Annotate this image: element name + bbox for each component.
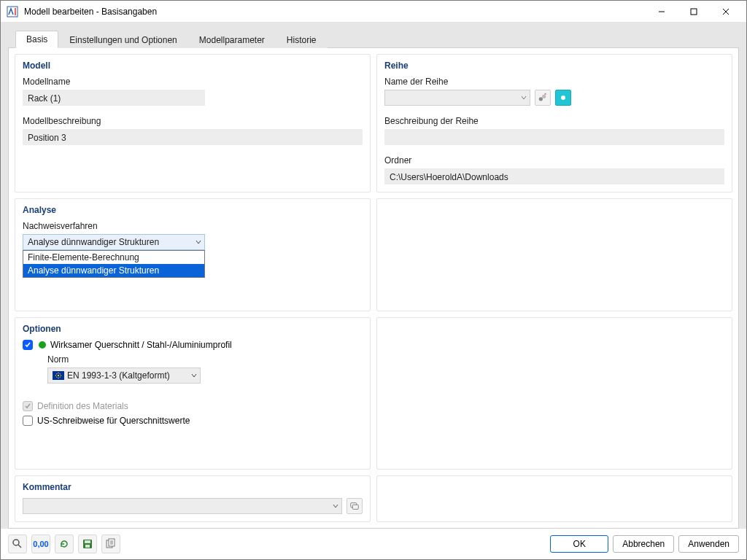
- option-definition-material: Definition des Materials: [23, 401, 363, 411]
- field-modellbeschreibung[interactable]: Position 3: [23, 129, 363, 145]
- label-modellbeschreibung: Modellbeschreibung: [23, 116, 363, 126]
- label-reihe-name: Name der Reihe: [384, 77, 724, 87]
- svg-point-4: [561, 96, 565, 100]
- option-wirksamer-querschnitt[interactable]: Wirksamer Querschnitt / Stahl-/Aluminium…: [23, 340, 363, 350]
- label-ordner: Ordner: [384, 155, 724, 166]
- group-title-reihe: Reihe: [384, 61, 724, 71]
- ok-button[interactable]: OK: [550, 535, 608, 553]
- label-modellname: Modellname: [23, 77, 363, 87]
- label-wirksamer-querschnitt: Wirksamer Querschnitt / Stahl-/Aluminium…: [50, 340, 232, 350]
- minimize-button[interactable]: [646, 1, 678, 22]
- tool-copy-icon[interactable]: [101, 534, 120, 553]
- chevron-down-icon: [191, 370, 197, 381]
- chevron-down-icon: [521, 93, 527, 103]
- svg-point-2: [539, 97, 543, 101]
- svg-point-7: [13, 540, 19, 545]
- checkbox-us-schreibweise[interactable]: [23, 416, 33, 426]
- select-nachweisverfahren-value: Analyse dünnwandiger Strukturen: [28, 237, 159, 247]
- tool-decimal-icon[interactable]: 0,00: [31, 534, 50, 553]
- tool-search-icon[interactable]: [8, 534, 27, 553]
- group-title-kommentar: Kommentar: [23, 482, 363, 492]
- svg-rect-10: [85, 545, 90, 548]
- tool-save-icon[interactable]: [78, 534, 97, 553]
- label-norm: Norm: [47, 354, 363, 365]
- tool-refresh-icon[interactable]: [55, 534, 74, 553]
- label-nachweisverfahren: Nachweisverfahren: [23, 221, 363, 231]
- group-title-optionen: Optionen: [23, 324, 363, 334]
- cancel-button[interactable]: Abbrechen: [613, 535, 674, 553]
- checkbox-definition-material: [23, 401, 33, 411]
- tab-basis[interactable]: Basis: [15, 31, 58, 48]
- svg-rect-9: [85, 540, 90, 543]
- svg-rect-1: [691, 9, 697, 15]
- app-icon: [7, 6, 18, 18]
- tab-historie[interactable]: Historie: [276, 31, 328, 48]
- blank-panel-3: [376, 475, 732, 522]
- option-us-schreibweise[interactable]: US-Schreibweise für Querschnittswerte: [23, 416, 363, 426]
- link-button[interactable]: [555, 90, 571, 106]
- group-title-modell: Modell: [23, 61, 363, 71]
- tab-modellparameter[interactable]: Modellparameter: [188, 31, 276, 48]
- group-modell: Modell Modellname Rack (1) Modellbeschre…: [15, 54, 371, 192]
- group-analyse: Analyse Nachweisverfahren Analyse dünnwa…: [15, 198, 371, 311]
- status-dot-icon: [39, 341, 46, 349]
- group-kommentar: Kommentar: [15, 475, 371, 522]
- checkbox-wirksamer-querschnitt[interactable]: [23, 340, 33, 350]
- blank-panel-1: [376, 198, 732, 311]
- tab-einstellungen[interactable]: Einstellungen und Optionen: [58, 31, 187, 48]
- client-area: Basis Einstellungen und Optionen Modellp…: [1, 23, 746, 529]
- close-button[interactable]: [710, 1, 742, 22]
- chevron-down-icon: [196, 237, 201, 247]
- dialog-window: Modell bearbeiten - Basisangaben Basis E…: [0, 0, 747, 560]
- group-title-analyse: Analyse: [23, 205, 363, 215]
- dialog-footer: 0,00 OK Abbrechen Anwenden: [1, 529, 746, 559]
- eu-flag-icon: [53, 371, 64, 380]
- browse-button[interactable]: [535, 90, 551, 106]
- select-norm-value: EN 1993-1-3 (Kaltgeformt): [67, 370, 170, 381]
- titlebar: Modell bearbeiten - Basisangaben: [1, 1, 746, 23]
- group-optionen: Optionen Wirksamer Querschnitt / Stahl-/…: [15, 317, 371, 470]
- listbox-nachweisverfahren: Finite-Elemente-Berechnung Analyse dünnw…: [23, 250, 205, 278]
- label-reihe-beschreibung: Beschreibung der Reihe: [384, 116, 724, 126]
- blank-panel-2: [376, 317, 732, 470]
- tabstrip: Basis Einstellungen und Optionen Modellp…: [8, 30, 739, 47]
- field-modellname[interactable]: Rack (1): [23, 90, 205, 106]
- list-item-duennwandig[interactable]: Analyse dünnwandiger Strukturen: [23, 264, 204, 277]
- field-reihe-beschreibung[interactable]: [384, 129, 724, 145]
- maximize-button[interactable]: [678, 1, 710, 22]
- group-reihe: Reihe Name der Reihe: [376, 54, 732, 192]
- list-item-fe[interactable]: Finite-Elemente-Berechnung: [23, 251, 204, 264]
- label-definition-material: Definition des Materials: [37, 401, 128, 411]
- svg-point-3: [542, 95, 546, 98]
- combo-kommentar[interactable]: [23, 498, 342, 514]
- label-us-schreibweise: US-Schreibweise für Querschnittswerte: [37, 416, 190, 426]
- apply-button[interactable]: Anwenden: [678, 535, 739, 553]
- select-norm[interactable]: EN 1993-1-3 (Kaltgeformt): [47, 368, 201, 384]
- select-nachweisverfahren[interactable]: Analyse dünnwandiger Strukturen Finite-E…: [23, 234, 205, 250]
- select-reihe-name[interactable]: [384, 90, 530, 106]
- window-title: Modell bearbeiten - Basisangaben: [24, 7, 646, 17]
- svg-rect-6: [352, 505, 358, 509]
- chevron-down-icon: [333, 501, 338, 511]
- tab-panel-basis: Modell Modellname Rack (1) Modellbeschre…: [8, 47, 739, 529]
- field-ordner[interactable]: C:\Users\HoeroldA\Downloads: [384, 168, 724, 184]
- comment-edit-button[interactable]: [347, 498, 363, 514]
